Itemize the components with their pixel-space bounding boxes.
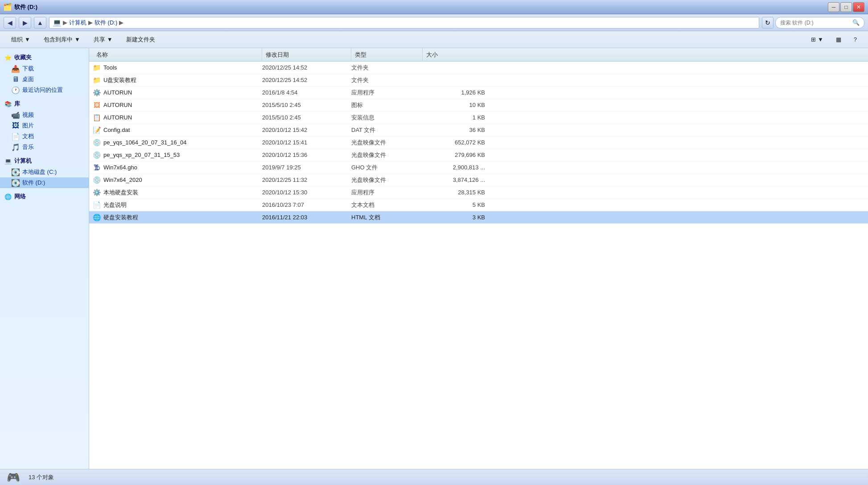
network-header[interactable]: 🌐 网络	[0, 191, 89, 202]
favorites-header[interactable]: ⭐ 收藏夹	[0, 52, 89, 63]
help-button[interactable]: ?	[848, 33, 863, 46]
network-label: 网络	[14, 193, 26, 201]
file-name-col: ⚙️ 本地硬盘安装	[93, 189, 262, 197]
refresh-button[interactable]: ↻	[762, 17, 773, 29]
close-button[interactable]: ✕	[853, 2, 864, 12]
file-row[interactable]: ⚙️ 本地硬盘安装 2020/10/12 15:30 应用程序 28,315 K…	[89, 186, 868, 199]
file-date-col: 2016/10/23 7:07	[262, 201, 351, 208]
file-row[interactable]: 💿 pe_yqs_xp_20_07_31_15_53 2020/10/12 15…	[89, 149, 868, 161]
file-name: AUTORUN	[103, 114, 132, 121]
back-button[interactable]: ◀	[4, 17, 16, 29]
library-header[interactable]: 📚 库	[0, 98, 89, 110]
computer-label: 计算机	[14, 157, 32, 165]
sidebar-item-downloads[interactable]: 📥 下载	[0, 63, 89, 74]
file-row[interactable]: 🌐 硬盘安装教程 2016/11/21 22:03 HTML 文档 3 KB	[89, 211, 868, 224]
file-icon: 🖼	[93, 101, 101, 109]
pictures-label: 图片	[22, 122, 34, 130]
sidebar-item-drive-c[interactable]: 💽 本地磁盘 (C:)	[0, 167, 89, 177]
file-icon: 🌐	[93, 214, 101, 222]
up-button[interactable]: ▲	[34, 17, 46, 29]
view-controls: ⊞ ▼ ▦ ?	[805, 33, 863, 46]
file-icon: 📁	[93, 76, 101, 84]
minimize-button[interactable]: ─	[828, 2, 839, 12]
view-mode-button[interactable]: ⊞ ▼	[805, 33, 829, 46]
network-icon: 🌐	[4, 193, 12, 200]
music-icon: 🎵	[12, 143, 20, 151]
library-dropdown-icon: ▼	[74, 36, 80, 43]
file-row[interactable]: 🗜 Win7x64.gho 2019/9/7 19:25 GHO 文件 2,90…	[89, 161, 868, 174]
path-computer[interactable]: 计算机	[69, 19, 86, 27]
network-section: 🌐 网络	[0, 191, 89, 202]
sidebar-item-pictures[interactable]: 🖼 图片	[0, 120, 89, 131]
file-name-col: 🗜 Win7x64.gho	[93, 164, 262, 172]
file-type-col: 光盘映像文件	[351, 176, 423, 184]
organize-label: 组织	[11, 36, 23, 44]
file-size-col: 3,874,126 ...	[423, 177, 485, 183]
include-library-button[interactable]: 包含到库中 ▼	[38, 33, 86, 46]
file-size-col: 279,696 KB	[423, 152, 485, 158]
file-icon: 📝	[93, 126, 101, 134]
file-date-col: 2016/1/8 4:54	[262, 89, 351, 96]
favorites-label: 收藏夹	[14, 53, 32, 62]
file-type-col: HTML 文档	[351, 214, 423, 222]
file-name-col: 📝 Config.dat	[93, 126, 262, 134]
file-type-col: 文本文档	[351, 201, 423, 209]
sidebar-item-drive-d[interactable]: 💽 软件 (D:)	[0, 177, 89, 188]
file-row[interactable]: ⚙️ AUTORUN 2016/1/8 4:54 应用程序 1,926 KB	[89, 86, 868, 99]
preview-pane-button[interactable]: ▦	[830, 33, 847, 46]
file-row[interactable]: 📄 光盘说明 2016/10/23 7:07 文本文档 5 KB	[89, 199, 868, 211]
file-row[interactable]: 💿 pe_yqs_1064_20_07_31_16_04 2020/10/12 …	[89, 136, 868, 149]
file-row[interactable]: 📁 Tools 2020/12/25 14:52 文件夹	[89, 62, 868, 74]
new-folder-button[interactable]: 新建文件夹	[120, 33, 161, 46]
downloads-label: 下载	[22, 65, 34, 73]
file-size-col: 10 KB	[423, 102, 485, 108]
sidebar-item-videos[interactable]: 📹 视频	[0, 110, 89, 120]
path-drive[interactable]: 软件 (D:)	[95, 19, 117, 27]
file-name: Win7x64_2020	[103, 177, 142, 183]
drive-c-label: 本地磁盘 (C:)	[22, 168, 57, 176]
file-icon: 🗜	[93, 164, 101, 172]
file-name-col: 🖼 AUTORUN	[93, 101, 262, 109]
col-header-date[interactable]: 修改日期	[262, 48, 351, 61]
file-type-col: 图标	[351, 101, 423, 109]
documents-icon: 📄	[12, 132, 20, 140]
file-icon: 📋	[93, 114, 101, 122]
file-row[interactable]: 📋 AUTORUN 2015/5/10 2:45 安装信息 1 KB	[89, 111, 868, 124]
file-row[interactable]: 💿 Win7x64_2020 2020/12/25 11:32 光盘映像文件 3…	[89, 174, 868, 186]
computer-header[interactable]: 💻 计算机	[0, 155, 89, 167]
col-header-name[interactable]: 名称	[93, 48, 262, 61]
status-bar: 🎮 13 个对象	[0, 469, 868, 485]
search-input[interactable]	[780, 20, 851, 26]
organize-button[interactable]: 组织 ▼	[5, 33, 36, 46]
file-icon: 💿	[93, 139, 101, 147]
file-name-col: 🌐 硬盘安装教程	[93, 214, 262, 222]
file-row[interactable]: 🖼 AUTORUN 2015/5/10 2:45 图标 10 KB	[89, 99, 868, 111]
search-box[interactable]: 🔍	[775, 17, 864, 29]
share-dropdown-icon: ▼	[107, 36, 113, 43]
address-bar: ◀ ▶ ▲ 💻 ▶ 计算机 ▶ 软件 (D:) ▶ ↻ 🔍	[0, 14, 868, 31]
maximize-button[interactable]: □	[840, 2, 852, 12]
file-row[interactable]: 📁 U盘安装教程 2020/12/25 14:52 文件夹	[89, 74, 868, 86]
sidebar-item-documents[interactable]: 📄 文档	[0, 131, 89, 142]
file-name: 光盘说明	[103, 201, 127, 209]
file-name: 本地硬盘安装	[103, 189, 138, 197]
share-button[interactable]: 共享 ▼	[88, 33, 119, 46]
sidebar-item-desktop[interactable]: 🖥 桌面	[0, 74, 89, 85]
file-list: 📁 Tools 2020/12/25 14:52 文件夹 📁 U盘安装教程 20…	[89, 62, 868, 469]
sidebar-item-recent[interactable]: 🕐 最近访问的位置	[0, 85, 89, 95]
col-header-type[interactable]: 类型	[351, 48, 423, 61]
file-type-col: 安装信息	[351, 114, 423, 122]
file-type-col: 应用程序	[351, 89, 423, 97]
file-size-col: 2,900,813 ...	[423, 164, 485, 171]
videos-label: 视频	[22, 111, 34, 119]
forward-button[interactable]: ▶	[19, 17, 31, 29]
recent-label: 最近访问的位置	[22, 86, 63, 94]
window-controls: ─ □ ✕	[828, 2, 864, 12]
file-type-col: 文件夹	[351, 64, 423, 72]
sidebar-item-music[interactable]: 🎵 音乐	[0, 142, 89, 152]
new-folder-label: 新建文件夹	[126, 36, 155, 44]
file-name: 硬盘安装教程	[103, 214, 138, 222]
file-row[interactable]: 📝 Config.dat 2020/10/12 15:42 DAT 文件 36 …	[89, 124, 868, 136]
address-path[interactable]: 💻 ▶ 计算机 ▶ 软件 (D:) ▶	[49, 17, 759, 29]
col-header-size[interactable]: 大小	[423, 48, 485, 61]
